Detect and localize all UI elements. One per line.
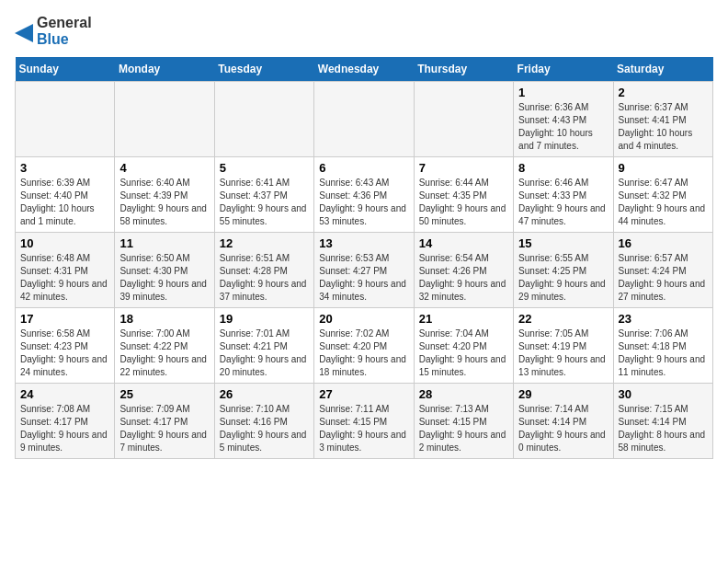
calendar-cell xyxy=(314,82,414,157)
calendar-cell: 13Sunrise: 6:53 AM Sunset: 4:27 PM Dayli… xyxy=(314,233,414,308)
weekday-header-tuesday: Tuesday xyxy=(214,57,313,82)
day-info: Sunrise: 6:53 AM Sunset: 4:27 PM Dayligh… xyxy=(319,252,408,304)
day-number: 27 xyxy=(319,387,408,401)
calendar-cell: 19Sunrise: 7:01 AM Sunset: 4:21 PM Dayli… xyxy=(214,308,313,384)
weekday-header-row: SundayMondayTuesdayWednesdayThursdayFrid… xyxy=(16,57,713,82)
day-number: 7 xyxy=(419,161,508,175)
day-number: 20 xyxy=(319,312,408,326)
calendar-cell: 28Sunrise: 7:13 AM Sunset: 4:15 PM Dayli… xyxy=(414,384,513,459)
calendar-body: 1Sunrise: 6:36 AM Sunset: 4:43 PM Daylig… xyxy=(16,82,713,459)
day-info: Sunrise: 7:02 AM Sunset: 4:20 PM Dayligh… xyxy=(319,327,408,379)
weekday-header-friday: Friday xyxy=(514,57,613,82)
calendar-cell: 1Sunrise: 6:36 AM Sunset: 4:43 PM Daylig… xyxy=(514,82,613,157)
day-info: Sunrise: 7:04 AM Sunset: 4:20 PM Dayligh… xyxy=(419,327,508,379)
calendar-table: SundayMondayTuesdayWednesdayThursdayFrid… xyxy=(15,57,713,459)
calendar-cell: 24Sunrise: 7:08 AM Sunset: 4:17 PM Dayli… xyxy=(16,384,115,459)
day-info: Sunrise: 6:48 AM Sunset: 4:31 PM Dayligh… xyxy=(20,252,109,304)
day-info: Sunrise: 6:36 AM Sunset: 4:43 PM Dayligh… xyxy=(518,101,608,153)
day-number: 8 xyxy=(518,161,608,175)
day-number: 21 xyxy=(419,312,508,326)
calendar-cell: 3Sunrise: 6:39 AM Sunset: 4:40 PM Daylig… xyxy=(16,157,115,233)
day-info: Sunrise: 7:00 AM Sunset: 4:22 PM Dayligh… xyxy=(119,327,209,379)
logo-triangle-icon xyxy=(15,15,33,48)
calendar-cell: 15Sunrise: 6:55 AM Sunset: 4:25 PM Dayli… xyxy=(514,233,613,308)
day-info: Sunrise: 7:13 AM Sunset: 4:15 PM Dayligh… xyxy=(419,403,508,454)
day-number: 17 xyxy=(20,312,109,326)
day-info: Sunrise: 6:58 AM Sunset: 4:23 PM Dayligh… xyxy=(20,327,109,379)
day-info: Sunrise: 6:41 AM Sunset: 4:37 PM Dayligh… xyxy=(220,177,309,228)
calendar-cell: 29Sunrise: 7:14 AM Sunset: 4:14 PM Dayli… xyxy=(514,384,613,459)
calendar-week-5: 24Sunrise: 7:08 AM Sunset: 4:17 PM Dayli… xyxy=(16,384,713,459)
calendar-cell: 16Sunrise: 6:57 AM Sunset: 4:24 PM Dayli… xyxy=(613,233,712,308)
calendar-cell: 18Sunrise: 7:00 AM Sunset: 4:22 PM Dayli… xyxy=(115,308,214,384)
day-info: Sunrise: 7:05 AM Sunset: 4:19 PM Dayligh… xyxy=(518,327,608,379)
day-info: Sunrise: 6:51 AM Sunset: 4:28 PM Dayligh… xyxy=(220,252,309,304)
day-number: 19 xyxy=(220,312,309,326)
calendar-cell: 22Sunrise: 7:05 AM Sunset: 4:19 PM Dayli… xyxy=(514,308,613,384)
day-number: 2 xyxy=(619,86,708,99)
calendar-cell: 10Sunrise: 6:48 AM Sunset: 4:31 PM Dayli… xyxy=(16,233,115,308)
day-info: Sunrise: 7:11 AM Sunset: 4:15 PM Dayligh… xyxy=(319,403,408,454)
calendar-week-4: 17Sunrise: 6:58 AM Sunset: 4:23 PM Dayli… xyxy=(16,308,713,384)
calendar-cell: 23Sunrise: 7:06 AM Sunset: 4:18 PM Dayli… xyxy=(613,308,712,384)
logo-line2: Blue xyxy=(37,31,69,48)
day-info: Sunrise: 7:06 AM Sunset: 4:18 PM Dayligh… xyxy=(619,327,708,379)
day-info: Sunrise: 6:55 AM Sunset: 4:25 PM Dayligh… xyxy=(518,252,608,304)
day-info: Sunrise: 6:43 AM Sunset: 4:36 PM Dayligh… xyxy=(319,177,408,228)
day-number: 15 xyxy=(518,236,608,250)
day-number: 9 xyxy=(619,161,708,175)
day-info: Sunrise: 7:15 AM Sunset: 4:14 PM Dayligh… xyxy=(619,403,708,454)
day-number: 4 xyxy=(119,161,209,175)
calendar-cell: 27Sunrise: 7:11 AM Sunset: 4:15 PM Dayli… xyxy=(314,384,414,459)
day-info: Sunrise: 6:44 AM Sunset: 4:35 PM Dayligh… xyxy=(419,177,508,228)
day-number: 10 xyxy=(20,236,109,250)
calendar-cell: 8Sunrise: 6:46 AM Sunset: 4:33 PM Daylig… xyxy=(514,157,613,233)
calendar-week-2: 3Sunrise: 6:39 AM Sunset: 4:40 PM Daylig… xyxy=(16,157,713,233)
day-number: 26 xyxy=(220,387,309,401)
calendar-week-3: 10Sunrise: 6:48 AM Sunset: 4:31 PM Dayli… xyxy=(16,233,713,308)
day-info: Sunrise: 7:08 AM Sunset: 4:17 PM Dayligh… xyxy=(20,403,109,454)
svg-marker-0 xyxy=(15,24,33,42)
day-number: 23 xyxy=(619,312,708,326)
day-info: Sunrise: 6:46 AM Sunset: 4:33 PM Dayligh… xyxy=(518,177,608,228)
day-number: 14 xyxy=(419,236,508,250)
calendar-cell xyxy=(414,82,513,157)
day-number: 29 xyxy=(518,387,608,401)
logo: GeneralBlue xyxy=(15,15,92,48)
day-info: Sunrise: 7:01 AM Sunset: 4:21 PM Dayligh… xyxy=(220,327,309,379)
calendar-cell: 26Sunrise: 7:10 AM Sunset: 4:16 PM Dayli… xyxy=(214,384,313,459)
day-number: 24 xyxy=(20,387,109,401)
day-info: Sunrise: 6:50 AM Sunset: 4:30 PM Dayligh… xyxy=(119,252,209,304)
calendar-cell: 25Sunrise: 7:09 AM Sunset: 4:17 PM Dayli… xyxy=(115,384,214,459)
calendar-cell: 6Sunrise: 6:43 AM Sunset: 4:36 PM Daylig… xyxy=(314,157,414,233)
calendar-cell: 21Sunrise: 7:04 AM Sunset: 4:20 PM Dayli… xyxy=(414,308,513,384)
calendar-cell: 4Sunrise: 6:40 AM Sunset: 4:39 PM Daylig… xyxy=(115,157,214,233)
calendar-week-1: 1Sunrise: 6:36 AM Sunset: 4:43 PM Daylig… xyxy=(16,82,713,157)
weekday-header-sunday: Sunday xyxy=(16,57,115,82)
day-number: 11 xyxy=(119,236,209,250)
day-number: 28 xyxy=(419,387,508,401)
day-info: Sunrise: 6:39 AM Sunset: 4:40 PM Dayligh… xyxy=(20,177,109,228)
day-info: Sunrise: 6:47 AM Sunset: 4:32 PM Dayligh… xyxy=(619,177,708,228)
day-number: 16 xyxy=(619,236,708,250)
calendar-cell: 20Sunrise: 7:02 AM Sunset: 4:20 PM Dayli… xyxy=(314,308,414,384)
day-number: 13 xyxy=(319,236,408,250)
calendar-cell: 11Sunrise: 6:50 AM Sunset: 4:30 PM Dayli… xyxy=(115,233,214,308)
day-info: Sunrise: 6:57 AM Sunset: 4:24 PM Dayligh… xyxy=(619,252,708,304)
day-info: Sunrise: 6:40 AM Sunset: 4:39 PM Dayligh… xyxy=(119,177,209,228)
day-number: 12 xyxy=(220,236,309,250)
calendar-cell: 12Sunrise: 6:51 AM Sunset: 4:28 PM Dayli… xyxy=(214,233,313,308)
weekday-header-saturday: Saturday xyxy=(613,57,712,82)
day-number: 22 xyxy=(518,312,608,326)
day-info: Sunrise: 6:37 AM Sunset: 4:41 PM Dayligh… xyxy=(619,101,708,153)
calendar-cell: 17Sunrise: 6:58 AM Sunset: 4:23 PM Dayli… xyxy=(16,308,115,384)
calendar-cell: 7Sunrise: 6:44 AM Sunset: 4:35 PM Daylig… xyxy=(414,157,513,233)
calendar-cell: 5Sunrise: 6:41 AM Sunset: 4:37 PM Daylig… xyxy=(214,157,313,233)
day-number: 6 xyxy=(319,161,408,175)
calendar-cell xyxy=(16,82,115,157)
calendar-cell: 2Sunrise: 6:37 AM Sunset: 4:41 PM Daylig… xyxy=(613,82,712,157)
calendar-cell: 9Sunrise: 6:47 AM Sunset: 4:32 PM Daylig… xyxy=(613,157,712,233)
calendar-cell xyxy=(214,82,313,157)
day-info: Sunrise: 7:10 AM Sunset: 4:16 PM Dayligh… xyxy=(220,403,309,454)
day-number: 25 xyxy=(119,387,209,401)
